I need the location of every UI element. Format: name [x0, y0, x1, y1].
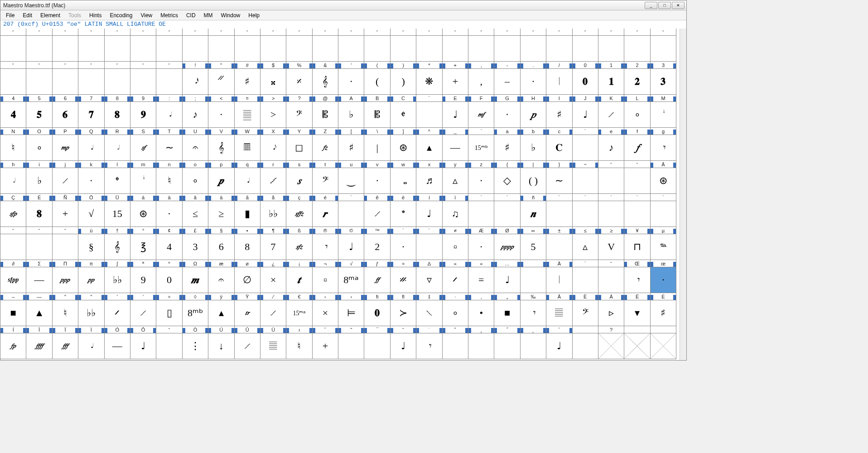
glyph-cell[interactable]: 𝄚	[260, 333, 286, 359]
glyph-cell[interactable]: 𝟒	[0, 102, 26, 128]
glyph-cell[interactable]	[260, 36, 286, 62]
glyph-cell[interactable]: 𝄎	[286, 69, 312, 95]
glyph-cell[interactable]: ♭♭	[78, 300, 104, 326]
glyph-header[interactable]: ¸	[468, 326, 494, 333]
glyph-header[interactable]: ƒ	[364, 260, 390, 267]
menu-cid[interactable]: CID	[183, 11, 199, 19]
glyph-header[interactable]: \	[364, 128, 390, 135]
glyph-header[interactable]: ,	[468, 62, 494, 69]
glyph-cell[interactable]	[546, 36, 572, 62]
glyph-header[interactable]: π	[78, 260, 104, 267]
glyph-cell[interactable]: ×	[260, 267, 286, 293]
glyph-header[interactable]: ﬂ	[391, 293, 416, 300]
glyph-header[interactable]: J	[573, 95, 598, 102]
glyph-cell[interactable]: 𝟓	[26, 102, 52, 128]
glyph-header[interactable]: 7	[78, 95, 104, 102]
glyph-cell[interactable]	[26, 234, 52, 260]
glyph-header[interactable]: ˘	[78, 62, 104, 69]
glyph-cell[interactable]: 𝑓𝑓𝑓	[53, 333, 78, 359]
glyph-cell[interactable]: 𝅗𝅥	[105, 135, 130, 161]
glyph-header[interactable]: ∂	[0, 260, 26, 267]
glyph-header[interactable]: é	[313, 194, 338, 201]
glyph-header[interactable]: c	[546, 128, 572, 135]
glyph-header[interactable]: ˘	[338, 29, 364, 36]
glyph-cell[interactable]: 𝄡	[313, 102, 338, 128]
glyph-header[interactable]: ª	[130, 260, 156, 267]
glyph-cell[interactable]	[573, 201, 598, 227]
glyph-header[interactable]: e	[598, 128, 624, 135]
glyph-cell[interactable]: 𝑝𝑝𝑝𝑝	[494, 234, 520, 260]
glyph-cell[interactable]: ·	[78, 168, 104, 194]
glyph-header[interactable]: ¡	[286, 260, 312, 267]
glyph-header[interactable]: `	[416, 95, 442, 102]
glyph-cell[interactable]: ♭♭	[260, 201, 286, 227]
glyph-cell[interactable]: 𝄢	[313, 168, 338, 194]
glyph-header[interactable]: ˚	[443, 326, 468, 333]
glyph-cell[interactable]: 𝄢	[573, 300, 598, 326]
glyph-cell[interactable]: 𝐂	[546, 135, 572, 161]
glyph-cell[interactable]	[416, 102, 442, 128]
glyph-cell[interactable]: 0	[156, 267, 182, 293]
glyph-header[interactable]: £	[183, 227, 208, 234]
glyph-cell[interactable]: ⊛	[391, 135, 416, 161]
glyph-cell[interactable]	[364, 36, 390, 62]
glyph-cell[interactable]: ♪	[598, 135, 624, 161]
glyph-cell[interactable]: 𝑠𝑓𝑓𝑧	[286, 201, 312, 227]
glyph-header[interactable]: Z	[313, 128, 338, 135]
glyph-header[interactable]: K	[598, 95, 624, 102]
glyph-cell[interactable]: ∘	[183, 168, 208, 194]
glyph-cell[interactable]: 8	[235, 234, 260, 260]
glyph-header[interactable]: O	[26, 128, 52, 135]
glyph-header[interactable]: <	[208, 95, 234, 102]
glyph-cell[interactable]	[573, 135, 598, 161]
glyph-header[interactable]: 6	[53, 95, 78, 102]
glyph-cell[interactable]: 𝄡	[364, 102, 390, 128]
glyph-header[interactable]: ˘	[573, 29, 598, 36]
glyph-cell[interactable]: ≤	[183, 201, 208, 227]
glyph-header[interactable]: ˘	[130, 62, 156, 69]
glyph-cell[interactable]: —	[443, 135, 468, 161]
glyph-cell[interactable]: 𝑡𝑟	[235, 300, 260, 326]
glyph-header[interactable]: Æ	[468, 227, 494, 234]
glyph-cell[interactable]: 𝄾	[416, 333, 442, 359]
glyph-cell[interactable]	[105, 69, 130, 95]
glyph-cell[interactable]: 𝑝𝑝	[78, 267, 104, 293]
glyph-cell[interactable]: 𝑠𝑓𝑝	[0, 201, 26, 227]
glyph-cell[interactable]: ≻	[391, 300, 416, 326]
glyph-header[interactable]: j	[53, 161, 78, 168]
glyph-header[interactable]: ˙	[416, 326, 442, 333]
glyph-header[interactable]: &	[313, 62, 338, 69]
glyph-header[interactable]: ;	[183, 95, 208, 102]
glyph-cell[interactable]: ·	[208, 102, 234, 128]
glyph-cell[interactable]: ∘	[443, 300, 468, 326]
glyph-cell[interactable]	[183, 36, 208, 62]
glyph-cell[interactable]: ▮	[235, 201, 260, 227]
glyph-header[interactable]: `	[468, 128, 494, 135]
glyph-cell[interactable]	[494, 36, 520, 62]
glyph-header[interactable]: ë	[391, 194, 416, 201]
glyph-cell[interactable]: 𝟗	[130, 102, 156, 128]
glyph-cell[interactable]: 𝑚𝑓	[468, 102, 494, 128]
glyph-header[interactable]: `	[546, 194, 572, 201]
glyph-header[interactable]: ^	[416, 128, 442, 135]
glyph-cell[interactable]: 𝅘𝅥	[78, 333, 104, 359]
glyph-cell[interactable]: 𝄐	[208, 267, 234, 293]
glyph-header[interactable]: ÿ	[208, 293, 234, 300]
glyph-cell[interactable]: ·	[494, 102, 520, 128]
glyph-cell[interactable]: 𝆭	[651, 102, 676, 128]
glyph-cell[interactable]: ♯	[494, 135, 520, 161]
glyph-header[interactable]: 2	[624, 62, 650, 69]
glyph-cell[interactable]	[598, 36, 624, 62]
glyph-header[interactable]: •	[235, 227, 260, 234]
glyph-cell[interactable]: 15ᵐᵇ	[468, 135, 494, 161]
glyph-header[interactable]: m	[130, 161, 156, 168]
glyph-header[interactable]: ¨	[416, 227, 442, 234]
glyph-header[interactable]: ˘	[546, 29, 572, 36]
glyph-header[interactable]: ˘	[391, 29, 416, 36]
glyph-header[interactable]: S	[130, 128, 156, 135]
glyph-cell[interactable]: ∅	[235, 267, 260, 293]
glyph-header[interactable]: g	[651, 128, 676, 135]
glyph-header[interactable]: 3	[651, 62, 676, 69]
glyph-cell[interactable]: ♩	[494, 267, 520, 293]
glyph-cell[interactable]: ·	[364, 168, 390, 194]
